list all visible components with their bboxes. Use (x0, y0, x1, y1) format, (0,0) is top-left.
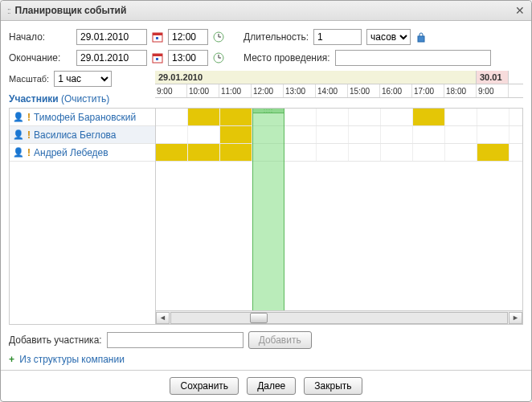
grid-cell[interactable] (156, 109, 188, 125)
clock-icon[interactable] (213, 31, 224, 43)
svg-rect-1 (153, 33, 162, 35)
location-input[interactable] (335, 50, 491, 66)
end-label: Окончание: (9, 52, 72, 64)
close-icon[interactable]: ✕ (515, 4, 525, 17)
hour-cell: 15:00 (348, 84, 380, 97)
status-icon: ! (27, 147, 31, 158)
grid-cell[interactable] (413, 109, 445, 125)
scroll-thumb[interactable] (250, 313, 268, 323)
grid-cell[interactable] (317, 109, 349, 125)
duration-unit-select[interactable]: часов (366, 29, 411, 45)
status-icon: ! (27, 112, 31, 123)
end-date-input[interactable] (76, 50, 147, 66)
clock-icon[interactable] (213, 52, 224, 64)
grid-cell[interactable] (188, 109, 220, 125)
grid-cell[interactable] (381, 144, 413, 161)
hour-cell: 10:00 (187, 84, 219, 97)
from-structure-row: + Из структуры компании (9, 354, 523, 365)
grid-cell[interactable] (445, 144, 477, 161)
calendar-icon[interactable] (152, 31, 163, 43)
participants-header: Участники (Очистить) (9, 90, 155, 108)
grid-cell[interactable] (317, 144, 349, 161)
grid-cell[interactable] (188, 144, 220, 161)
horizontal-scrollbar[interactable]: ◄ ► (156, 310, 522, 324)
hour-cell: 12:00 (252, 84, 284, 97)
event-planner-dialog: :: Планировщик событий ✕ Начало: Длитель… (0, 0, 532, 402)
grid-cell[interactable] (284, 109, 317, 125)
grid-cell[interactable] (349, 126, 381, 143)
hour-cell: 9:00 (155, 84, 187, 97)
from-structure-link[interactable]: Из структуры компании (19, 354, 125, 365)
grid-cell[interactable] (477, 109, 509, 125)
scroll-left-icon[interactable]: ◄ (156, 312, 170, 324)
location-wrap: Место проведения: (243, 50, 491, 66)
grid-cell[interactable] (220, 109, 252, 125)
scroll-right-icon[interactable]: ► (509, 312, 522, 324)
hour-cell: 11:00 (219, 84, 252, 97)
scroll-track[interactable] (170, 312, 508, 324)
grid-cell[interactable] (156, 144, 188, 161)
selected-time-range[interactable]: :::: (252, 109, 284, 310)
hour-cell: 18:00 (444, 84, 477, 97)
grid-cell[interactable] (220, 126, 252, 143)
grid-cell[interactable] (156, 126, 188, 143)
location-label: Место проведения: (243, 52, 330, 64)
hour-cell: 16:00 (380, 84, 412, 97)
grid-cell[interactable] (349, 144, 381, 161)
grid-cell[interactable] (284, 126, 317, 143)
end-time-input[interactable] (168, 50, 208, 66)
participant-row[interactable]: 👤!Андрей Лебедев (10, 144, 155, 162)
lock-icon[interactable] (415, 31, 427, 43)
duration-label: Длительность: (243, 31, 309, 43)
scale-row: Масштаб: 1 час (9, 71, 155, 87)
grid-cell[interactable] (413, 126, 445, 143)
titlebar[interactable]: :: Планировщик событий ✕ (1, 1, 531, 21)
grid-cell[interactable] (381, 126, 413, 143)
date-header-main: 29.01.2010 (155, 71, 477, 84)
add-participant-input[interactable] (107, 332, 243, 348)
duration-value-input[interactable] (313, 29, 362, 45)
window-title: Планировщик событий (15, 5, 515, 16)
hour-cell: 9:00 (477, 84, 509, 97)
drag-grip-icon: :: (7, 6, 10, 15)
clear-participants-link[interactable]: (Очистить) (61, 93, 109, 105)
grid-row (156, 109, 522, 126)
start-date-input[interactable] (76, 29, 147, 45)
grid-cell[interactable] (349, 109, 381, 125)
next-button[interactable]: Далее (247, 377, 296, 395)
grid-cell[interactable] (381, 109, 413, 125)
availability-grid[interactable]: :::: (156, 109, 522, 310)
grid-row (156, 144, 522, 162)
grid-cell[interactable] (317, 126, 349, 143)
calendar-icon[interactable] (152, 52, 163, 64)
participants-list: 👤!Тимофей Барановский👤!Василиса Беглова👤… (10, 109, 156, 324)
scale-select[interactable]: 1 час (54, 71, 112, 87)
person-icon: 👤 (13, 112, 24, 122)
drag-handle-icon[interactable]: :::: (253, 109, 284, 113)
start-row: Начало: Длительность: часов (9, 29, 523, 45)
grid-cell[interactable] (477, 144, 509, 161)
participant-row[interactable]: 👤!Василиса Беглова (10, 126, 155, 144)
grid-cell[interactable] (413, 144, 445, 161)
planner-area: Масштаб: 1 час Участники (Очистить) 29.0… (9, 71, 523, 325)
grid-cell[interactable] (284, 144, 317, 161)
start-time-input[interactable] (168, 29, 208, 45)
end-row: Окончание: Место проведения: (9, 50, 523, 66)
close-button[interactable]: Закрыть (304, 377, 362, 395)
grid-cell[interactable] (220, 144, 252, 161)
grid-cell[interactable] (477, 126, 509, 143)
scale-label: Масштаб: (9, 74, 49, 84)
duration-wrap: Длительность: часов (243, 29, 427, 45)
svg-rect-2 (156, 37, 158, 39)
grid-cell[interactable] (188, 126, 220, 143)
participant-name: Андрей Лебедев (34, 147, 108, 158)
svg-rect-9 (156, 58, 158, 60)
participant-row[interactable]: 👤!Тимофей Барановский (10, 109, 155, 126)
grid-cell[interactable] (445, 126, 477, 143)
save-button[interactable]: Сохранить (170, 377, 239, 395)
add-participant-row: Добавить участника: Добавить (9, 331, 523, 349)
svg-rect-6 (418, 36, 424, 42)
grid-cell[interactable] (445, 109, 477, 125)
start-label: Начало: (9, 31, 72, 43)
add-participant-button[interactable]: Добавить (248, 331, 312, 349)
